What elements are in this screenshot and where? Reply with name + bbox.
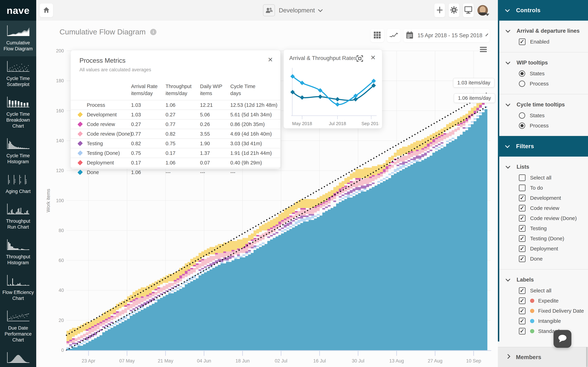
- option-label: Expedite: [538, 298, 559, 304]
- sidebar-item-due-date-performance-chart[interactable]: Due Date Performance Chart: [0, 306, 36, 347]
- sidebar-item-aging-chart[interactable]: Aging Chart: [0, 169, 36, 199]
- checkbox-to-do[interactable]: [519, 184, 526, 191]
- option-row[interactable]: Process: [499, 79, 588, 89]
- sidebar-item-throughput-run-chart[interactable]: Throughput Run Chart: [0, 199, 36, 234]
- option-row[interactable]: Done: [499, 254, 588, 264]
- process-metrics-subtitle: All values are calculated averages: [79, 67, 151, 73]
- scrollbar-thumb[interactable]: [586, 347, 588, 367]
- group-title[interactable]: WIP tooltips: [499, 57, 588, 68]
- option-row[interactable]: Code review (Done): [499, 213, 588, 223]
- table-row[interactable]: Process1.031.0612.2112.53 (12d 12h 48m): [71, 100, 281, 109]
- group-title[interactable]: Labels: [499, 274, 588, 285]
- table-row[interactable]: Testing0.820.751.903.03 (3d 41m): [71, 138, 281, 148]
- info-icon[interactable]: i: [150, 29, 156, 35]
- option-row[interactable]: To do: [499, 183, 588, 193]
- rates-chart[interactable]: May 2018 Jul 2018 Sep 2018: [288, 66, 379, 127]
- table-row[interactable]: Testing (Done)0.750.171.371.91 (1d 21h 4…: [71, 148, 281, 158]
- process-metrics-panel: Process Metrics All values are calculate…: [70, 50, 281, 169]
- state-color-diamond-icon: [78, 169, 83, 175]
- option-row[interactable]: Standard: [499, 326, 588, 336]
- settings-button[interactable]: [449, 3, 459, 17]
- option-row[interactable]: States: [499, 68, 588, 79]
- cycle-time-value: 0.86 (20h 35m): [230, 121, 265, 127]
- chart-menu-button[interactable]: [480, 47, 487, 53]
- option-row[interactable]: Enabled: [499, 37, 588, 47]
- checkbox-code-review[interactable]: [519, 205, 526, 211]
- chat-button[interactable]: [553, 330, 571, 348]
- decay-histogram-icon: [6, 239, 30, 251]
- group-wip-tooltips: WIP tooltipsStatesProcess: [499, 52, 588, 94]
- metrics-table-header: Arrival Rateitems/dayThroughputitems/day…: [71, 80, 281, 100]
- sidebar-item-label: Cycle Time Breakdown Chart: [1, 111, 35, 129]
- app-logo[interactable]: nave: [0, 0, 36, 21]
- checkbox-standard[interactable]: [519, 328, 526, 334]
- state-color-diamond-icon: [78, 112, 83, 117]
- checkbox-select-all[interactable]: [519, 175, 526, 181]
- cycle-time-value: 12.53 (12d 12h 48m): [230, 102, 277, 108]
- controls-section-header[interactable]: Controls: [498, 0, 588, 21]
- column-header: Throughputitems/day: [165, 83, 191, 97]
- option-row[interactable]: Select all: [499, 173, 588, 183]
- daily-wip-value: 1.90: [200, 141, 210, 146]
- checkbox-development[interactable]: [519, 195, 526, 201]
- option-row[interactable]: Deployment: [499, 244, 588, 254]
- checkbox-code-review-done-[interactable]: [519, 215, 526, 222]
- table-row[interactable]: Code review (Done)0.770.823.554.69 (4d 1…: [71, 129, 281, 138]
- svg-text:Jul 2018: Jul 2018: [329, 121, 346, 126]
- checkbox-done[interactable]: [519, 256, 526, 262]
- checkbox-fixed-delivery-date[interactable]: [519, 308, 526, 314]
- close-icon[interactable]: ✕: [268, 57, 273, 63]
- table-row[interactable]: Development1.030.275.065.61 (5d 14h 34m): [71, 109, 281, 119]
- sidebar-item-throughput-histogram[interactable]: Throughput Histogram: [0, 234, 36, 270]
- option-row[interactable]: Intangible: [499, 316, 588, 326]
- avatar-caret-icon: [485, 14, 489, 16]
- expand-icon[interactable]: [356, 55, 363, 63]
- option-row[interactable]: Fixed Delivery Date: [499, 306, 588, 316]
- display-button[interactable]: [463, 3, 474, 17]
- sidebar-item-label: Aging Chart: [6, 188, 31, 194]
- radio-process[interactable]: [519, 123, 525, 129]
- radio-states[interactable]: [519, 112, 525, 119]
- group-cycle-time-tooltips: Cycle time tooltipsStatesProcess: [499, 94, 588, 136]
- checkbox-select-all[interactable]: [519, 287, 526, 294]
- checkbox-intangible[interactable]: [519, 318, 526, 324]
- home-button[interactable]: [40, 3, 53, 17]
- svg-text:04 Jun: 04 Jun: [197, 358, 211, 364]
- arrival-rate-value: 0.82: [131, 141, 141, 146]
- chevron-down-icon: [505, 143, 510, 148]
- sidebar-item-cumulative-flow-diagram[interactable]: Cumulative Flow Diagram: [0, 21, 36, 56]
- checkbox-expedite[interactable]: [519, 297, 526, 304]
- option-row[interactable]: States: [499, 110, 588, 121]
- table-row[interactable]: Code review0.270.770.260.86 (20h 35m): [71, 119, 281, 129]
- user-menu[interactable]: [477, 3, 488, 17]
- group-title[interactable]: Cycle time tooltips: [499, 99, 588, 110]
- checkbox-testing-done-[interactable]: [519, 235, 526, 242]
- daily-wip-value: 12.21: [200, 102, 213, 108]
- board-switcher[interactable]: Development: [263, 4, 322, 17]
- table-row[interactable]: Deployment0.171.060.070.40 (9h 29m): [71, 158, 281, 167]
- checkbox-testing[interactable]: [519, 225, 526, 232]
- option-row[interactable]: Testing (Done): [499, 234, 588, 244]
- checkbox-deployment[interactable]: [519, 245, 526, 252]
- checkbox-enabled[interactable]: [519, 38, 526, 45]
- option-row[interactable]: Expedite: [499, 296, 588, 306]
- sidebar-item-cycle-time-scatterplot[interactable]: Cycle Time Scatterplot: [0, 56, 36, 92]
- members-section-header[interactable]: Members: [498, 347, 588, 367]
- radio-states[interactable]: [519, 70, 525, 77]
- group-title[interactable]: Arrival & departure lines: [499, 25, 588, 37]
- sidebar-item-cycle-time-histogram[interactable]: Cycle Time Histogram: [0, 133, 36, 169]
- add-button[interactable]: [434, 3, 445, 17]
- option-row[interactable]: Testing: [499, 223, 588, 234]
- option-row[interactable]: Process: [499, 121, 588, 131]
- sidebar-item-flow-efficiency-chart[interactable]: Flow Efficiency Chart: [0, 270, 36, 306]
- option-row[interactable]: Development: [499, 193, 588, 203]
- close-icon[interactable]: ✕: [371, 55, 376, 61]
- group-title[interactable]: Lists: [499, 161, 588, 173]
- sidebar-item-monte-carlo-delivery-date[interactable]: Monte Carlo: Delivery Date: [0, 347, 36, 367]
- sidebar-item-cycle-time-breakdown-chart[interactable]: Cycle Time Breakdown Chart: [0, 92, 36, 133]
- radio-process[interactable]: [519, 81, 525, 87]
- filters-section-header[interactable]: Filters: [498, 136, 588, 157]
- table-row[interactable]: Done1.06---------: [71, 167, 281, 177]
- option-row[interactable]: Select all: [499, 285, 588, 296]
- option-row[interactable]: Code review: [499, 203, 588, 213]
